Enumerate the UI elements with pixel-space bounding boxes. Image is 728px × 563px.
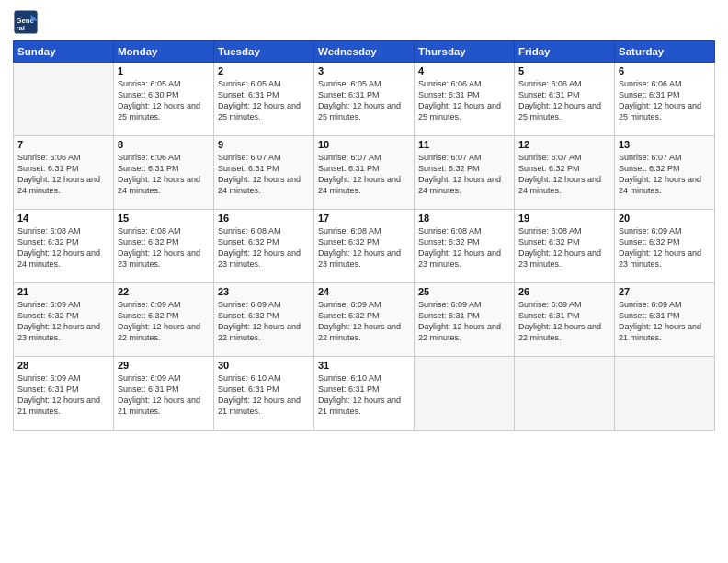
day-number: 2 — [218, 65, 310, 76]
day-number: 5 — [518, 65, 610, 76]
calendar-cell: 25Sunrise: 6:09 AMSunset: 6:31 PMDayligh… — [415, 283, 515, 357]
calendar-cell: 17Sunrise: 6:08 AMSunset: 6:32 PMDayligh… — [314, 210, 415, 283]
calendar-cell: 29Sunrise: 6:09 AMSunset: 6:31 PMDayligh… — [114, 357, 214, 431]
cell-info: Sunrise: 6:07 AMSunset: 6:31 PMDaylight:… — [318, 153, 401, 195]
calendar-cell — [615, 357, 715, 431]
calendar-cell: 22Sunrise: 6:09 AMSunset: 6:32 PMDayligh… — [114, 283, 214, 357]
cell-info: Sunrise: 6:06 AMSunset: 6:31 PMDaylight:… — [619, 79, 701, 121]
calendar-cell — [415, 357, 515, 431]
cell-info: Sunrise: 6:05 AMSunset: 6:31 PMDaylight:… — [318, 79, 401, 121]
day-number: 1 — [118, 65, 210, 76]
day-number: 15 — [118, 213, 210, 224]
cell-info: Sunrise: 6:09 AMSunset: 6:32 PMDaylight:… — [118, 300, 200, 342]
day-number: 26 — [518, 286, 610, 297]
calendar-cell: 2Sunrise: 6:05 AMSunset: 6:31 PMDaylight… — [214, 63, 314, 136]
calendar-cell — [14, 63, 114, 136]
day-number: 6 — [619, 65, 711, 76]
cell-info: Sunrise: 6:08 AMSunset: 6:32 PMDaylight:… — [218, 226, 301, 269]
cell-info: Sunrise: 6:09 AMSunset: 6:31 PMDaylight:… — [418, 300, 501, 342]
cell-info: Sunrise: 6:08 AMSunset: 6:32 PMDaylight:… — [318, 226, 401, 269]
header-thursday: Thursday — [415, 41, 515, 63]
day-number: 21 — [17, 286, 109, 297]
cell-info: Sunrise: 6:05 AMSunset: 6:31 PMDaylight:… — [218, 79, 301, 121]
calendar-cell: 4Sunrise: 6:06 AMSunset: 6:31 PMDaylight… — [415, 63, 515, 136]
day-number: 31 — [318, 360, 410, 371]
calendar-week-1: 1Sunrise: 6:05 AMSunset: 6:30 PMDaylight… — [14, 63, 715, 136]
day-number: 14 — [17, 213, 109, 224]
cell-info: Sunrise: 6:08 AMSunset: 6:32 PMDaylight:… — [518, 226, 601, 269]
day-number: 22 — [118, 286, 210, 297]
day-number: 7 — [17, 139, 109, 150]
cell-info: Sunrise: 6:09 AMSunset: 6:31 PMDaylight:… — [619, 300, 701, 342]
calendar-cell: 13Sunrise: 6:07 AMSunset: 6:32 PMDayligh… — [615, 136, 715, 210]
cell-info: Sunrise: 6:09 AMSunset: 6:31 PMDaylight:… — [518, 300, 601, 342]
day-number: 19 — [518, 213, 610, 224]
header-monday: Monday — [114, 41, 214, 63]
calendar-cell: 8Sunrise: 6:06 AMSunset: 6:31 PMDaylight… — [114, 136, 214, 210]
day-number: 27 — [619, 286, 711, 297]
header-sunday: Sunday — [14, 41, 114, 63]
calendar-cell: 30Sunrise: 6:10 AMSunset: 6:31 PMDayligh… — [214, 357, 314, 431]
weekday-header-row: Sunday Monday Tuesday Wednesday Thursday… — [14, 41, 715, 63]
day-number: 30 — [218, 360, 310, 371]
cell-info: Sunrise: 6:09 AMSunset: 6:31 PMDaylight:… — [17, 373, 100, 416]
calendar-cell: 24Sunrise: 6:09 AMSunset: 6:32 PMDayligh… — [314, 283, 415, 357]
calendar-cell: 20Sunrise: 6:09 AMSunset: 6:32 PMDayligh… — [615, 210, 715, 283]
day-number: 25 — [418, 286, 510, 297]
cell-info: Sunrise: 6:06 AMSunset: 6:31 PMDaylight:… — [17, 153, 100, 195]
calendar-cell: 18Sunrise: 6:08 AMSunset: 6:32 PMDayligh… — [415, 210, 515, 283]
cell-info: Sunrise: 6:06 AMSunset: 6:31 PMDaylight:… — [418, 79, 501, 121]
cell-info: Sunrise: 6:08 AMSunset: 6:32 PMDaylight:… — [118, 226, 200, 269]
day-number: 28 — [17, 360, 109, 371]
calendar-cell: 11Sunrise: 6:07 AMSunset: 6:32 PMDayligh… — [415, 136, 515, 210]
day-number: 8 — [118, 139, 210, 150]
day-number: 12 — [518, 139, 610, 150]
cell-info: Sunrise: 6:08 AMSunset: 6:32 PMDaylight:… — [418, 226, 501, 269]
calendar-cell: 26Sunrise: 6:09 AMSunset: 6:31 PMDayligh… — [515, 283, 615, 357]
calendar-table: Sunday Monday Tuesday Wednesday Thursday… — [13, 40, 715, 431]
cell-info: Sunrise: 6:06 AMSunset: 6:31 PMDaylight:… — [118, 153, 200, 195]
cell-info: Sunrise: 6:09 AMSunset: 6:32 PMDaylight:… — [619, 226, 701, 269]
calendar-cell: 10Sunrise: 6:07 AMSunset: 6:31 PMDayligh… — [314, 136, 415, 210]
day-number: 4 — [418, 65, 510, 76]
calendar-cell — [515, 357, 615, 431]
cell-info: Sunrise: 6:10 AMSunset: 6:31 PMDaylight:… — [318, 373, 401, 416]
day-number: 3 — [318, 65, 410, 76]
header-saturday: Saturday — [615, 41, 715, 63]
day-number: 29 — [118, 360, 210, 371]
calendar-cell: 16Sunrise: 6:08 AMSunset: 6:32 PMDayligh… — [214, 210, 314, 283]
calendar-week-3: 14Sunrise: 6:08 AMSunset: 6:32 PMDayligh… — [14, 210, 715, 283]
calendar-week-5: 28Sunrise: 6:09 AMSunset: 6:31 PMDayligh… — [14, 357, 715, 431]
calendar-cell: 9Sunrise: 6:07 AMSunset: 6:31 PMDaylight… — [214, 136, 314, 210]
logo-icon: Gene ral — [13, 9, 39, 35]
day-number: 20 — [619, 213, 711, 224]
day-number: 9 — [218, 139, 310, 150]
day-number: 23 — [218, 286, 310, 297]
svg-text:ral: ral — [17, 24, 25, 32]
header-friday: Friday — [515, 41, 615, 63]
cell-info: Sunrise: 6:07 AMSunset: 6:31 PMDaylight:… — [218, 153, 301, 195]
cell-info: Sunrise: 6:07 AMSunset: 6:32 PMDaylight:… — [518, 153, 601, 195]
cell-info: Sunrise: 6:06 AMSunset: 6:31 PMDaylight:… — [518, 79, 601, 121]
cell-info: Sunrise: 6:07 AMSunset: 6:32 PMDaylight:… — [619, 153, 701, 195]
calendar-cell: 14Sunrise: 6:08 AMSunset: 6:32 PMDayligh… — [14, 210, 114, 283]
calendar-cell: 31Sunrise: 6:10 AMSunset: 6:31 PMDayligh… — [314, 357, 415, 431]
day-number: 13 — [619, 139, 711, 150]
calendar-cell: 15Sunrise: 6:08 AMSunset: 6:32 PMDayligh… — [114, 210, 214, 283]
cell-info: Sunrise: 6:07 AMSunset: 6:32 PMDaylight:… — [418, 153, 501, 195]
calendar-container: Gene ral Sunday Monday Tuesday Wednesday… — [0, 0, 728, 440]
day-number: 24 — [318, 286, 410, 297]
day-number: 17 — [318, 213, 410, 224]
calendar-cell: 1Sunrise: 6:05 AMSunset: 6:30 PMDaylight… — [114, 63, 214, 136]
header-tuesday: Tuesday — [214, 41, 314, 63]
calendar-cell: 5Sunrise: 6:06 AMSunset: 6:31 PMDaylight… — [515, 63, 615, 136]
calendar-cell: 21Sunrise: 6:09 AMSunset: 6:32 PMDayligh… — [14, 283, 114, 357]
day-number: 18 — [418, 213, 510, 224]
header-area: Gene ral — [13, 9, 715, 35]
cell-info: Sunrise: 6:10 AMSunset: 6:31 PMDaylight:… — [218, 373, 301, 416]
calendar-cell: 27Sunrise: 6:09 AMSunset: 6:31 PMDayligh… — [615, 283, 715, 357]
day-number: 16 — [218, 213, 310, 224]
cell-info: Sunrise: 6:09 AMSunset: 6:31 PMDaylight:… — [118, 373, 200, 416]
cell-info: Sunrise: 6:09 AMSunset: 6:32 PMDaylight:… — [17, 300, 100, 342]
cell-info: Sunrise: 6:09 AMSunset: 6:32 PMDaylight:… — [218, 300, 301, 342]
